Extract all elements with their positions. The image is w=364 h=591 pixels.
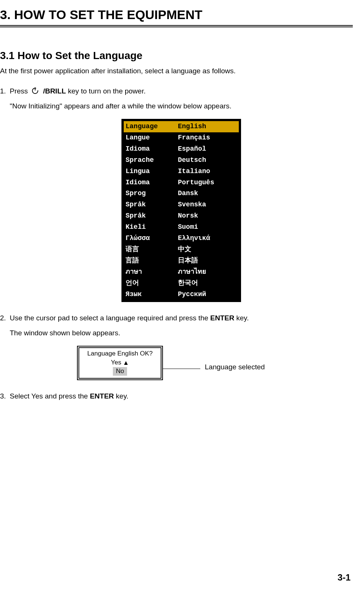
language-value: Português	[178, 178, 214, 188]
language-value: 日本語	[178, 256, 198, 266]
language-label: Язык	[126, 289, 178, 300]
language-value: ภาษาไทย	[178, 267, 206, 277]
language-label: Kieli	[126, 222, 178, 233]
language-menu-row: IdiomaPortuguês	[124, 177, 239, 188]
step-1: Press /BRILL key to turn on the power. "…	[0, 86, 353, 302]
language-value: English	[178, 121, 206, 132]
page-number: 3-1	[337, 572, 351, 583]
language-value: Norsk	[178, 211, 198, 221]
language-menu-row: SpracheDeutsch	[124, 155, 239, 166]
language-menu-row: SpråkNorsk	[124, 210, 239, 222]
language-menu-row: ΓλώσσαΕλληνικά	[124, 233, 239, 244]
step-2: Use the cursor pad to select a language …	[0, 313, 353, 380]
language-menu-row: ЯзыкРусский	[124, 289, 239, 300]
step2-text-post: key.	[234, 314, 249, 322]
language-menu-row: LanguageEnglish	[124, 121, 239, 132]
language-menu-figure: LanguageEnglishLangueFrançaisIdiomaEspañ…	[121, 119, 241, 302]
annotation-line	[163, 369, 200, 369]
language-menu-row: 言語日本語	[124, 255, 239, 267]
step1-after: key to turn on the power.	[66, 87, 145, 95]
language-label: 语言	[126, 244, 178, 255]
enter-key-label: ENTER	[210, 314, 234, 322]
section-title: 3.1 How to Set the Language	[0, 50, 353, 62]
language-label: Language	[126, 121, 178, 132]
language-label: Langue	[126, 133, 178, 143]
language-label: 言語	[126, 256, 178, 266]
power-icon	[31, 86, 39, 98]
confirmation-box: Language English OK? Yes ▲ No	[77, 346, 163, 380]
confirm-yes: Yes	[111, 358, 121, 367]
language-menu-row: LinguaItaliano	[124, 166, 239, 177]
language-label: Idioma	[126, 178, 178, 188]
language-value: Italiano	[178, 166, 210, 177]
chapter-title: 3. HOW TO SET THE EQUIPMENT	[0, 7, 353, 27]
language-label: 언어	[126, 278, 178, 289]
step1-press: Press	[10, 87, 28, 95]
arrow-up-icon: ▲	[123, 360, 129, 366]
language-menu-row: IdiomaEspañol	[124, 144, 239, 155]
language-value: Español	[178, 144, 206, 154]
language-label: Språk	[126, 200, 178, 210]
language-label: Språk	[126, 211, 178, 221]
annotation-label: Language selected	[205, 361, 265, 372]
step-3: Select Yes and press the ENTER key.	[0, 391, 353, 401]
step2-note: The window shown below appears.	[10, 327, 353, 338]
language-value: 中文	[178, 244, 191, 255]
step1-note: "Now Initializing" appears and after a w…	[10, 101, 353, 111]
language-label: Sprache	[126, 155, 178, 166]
language-value: Français	[178, 133, 210, 143]
intro-text: At the first power application after ins…	[0, 67, 353, 75]
language-menu-row: 语言中文	[124, 244, 239, 255]
confirm-question: Language English OK?	[81, 350, 158, 358]
enter-key-label: ENTER	[90, 392, 114, 400]
language-value: Svenska	[178, 200, 206, 210]
language-label: Lingua	[126, 166, 178, 177]
language-menu-row: SprogDansk	[124, 188, 239, 199]
language-menu-row: 언어한국어	[124, 278, 239, 289]
language-value: 한국어	[178, 278, 198, 289]
step3-text-post: key.	[114, 392, 129, 400]
language-value: Dansk	[178, 188, 198, 199]
step1-brill: /BRILL	[43, 87, 66, 95]
language-label: Γλώσσα	[126, 233, 178, 244]
step2-text-pre: Use the cursor pad to select a language …	[10, 314, 210, 322]
language-value: Suomi	[178, 222, 198, 233]
language-value: Ελληνικά	[178, 233, 210, 244]
language-menu-row: ภาษาภาษาไทย	[124, 267, 239, 278]
language-value: Deutsch	[178, 155, 206, 166]
language-menu-row: SpråkSvenska	[124, 199, 239, 210]
step3-text-pre: Select Yes and press the	[10, 392, 90, 400]
language-value: Русский	[178, 289, 206, 300]
language-label: Sprog	[126, 188, 178, 199]
language-label: Idioma	[126, 144, 178, 154]
language-menu-row: LangueFrançais	[124, 132, 239, 144]
confirm-no: No	[113, 367, 127, 376]
language-menu-row: KieliSuomi	[124, 222, 239, 233]
confirmation-figure: Language English OK? Yes ▲ No Language s…	[77, 346, 353, 380]
language-label: ภาษา	[126, 267, 178, 277]
